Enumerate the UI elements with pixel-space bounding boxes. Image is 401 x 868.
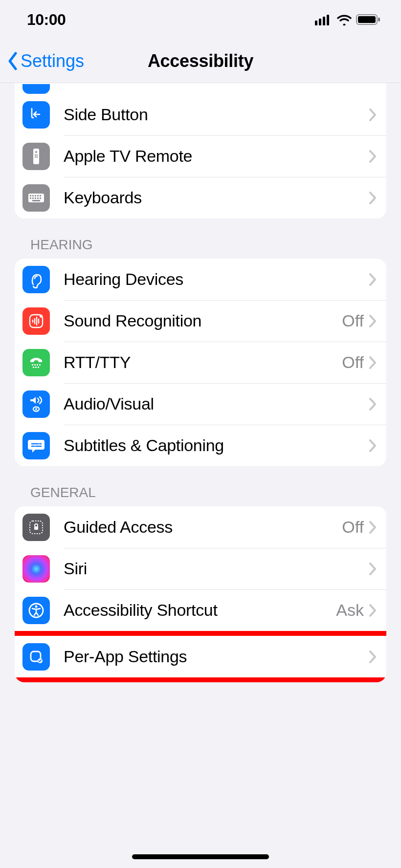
- highlight-box: Per-App Settings: [15, 631, 386, 682]
- svg-rect-7: [33, 149, 39, 164]
- row-audio-visual[interactable]: Audio/Visual: [15, 383, 386, 425]
- svg-rect-37: [38, 367, 39, 368]
- chevron-right-icon: [369, 314, 377, 328]
- nav-bar: Settings Accessibility: [0, 39, 401, 83]
- sound-recognition-icon: [22, 307, 50, 335]
- accessibility-icon: [22, 597, 50, 624]
- page-title: Accessibility: [148, 51, 253, 71]
- row-rtt-tty[interactable]: RTT/TTY Off: [15, 342, 386, 383]
- section-header-general: GENERAL: [15, 466, 386, 506]
- chevron-left-icon: [7, 51, 19, 71]
- svg-rect-45: [34, 526, 38, 530]
- row-label: Guided Access: [64, 518, 342, 537]
- status-time: 10:00: [27, 11, 66, 29]
- row-label: Per-App Settings: [64, 647, 369, 666]
- chevron-right-icon: [369, 562, 377, 576]
- row-sound-recognition[interactable]: Sound Recognition Off: [15, 300, 386, 342]
- row-label: Accessibility Shortcut: [64, 601, 336, 620]
- svg-rect-2: [323, 17, 325, 25]
- svg-rect-23: [40, 197, 41, 199]
- row-apple-tv-remote[interactable]: Apple TV Remote: [15, 135, 386, 177]
- row-siri[interactable]: Siri: [15, 548, 386, 589]
- chevron-right-icon: [369, 439, 377, 453]
- svg-rect-33: [37, 364, 38, 366]
- chevron-right-icon: [369, 108, 377, 122]
- svg-rect-9: [35, 154, 36, 156]
- home-indicator: [132, 854, 269, 859]
- settings-group-hearing: Hearing Devices Sound Recognition Off: [15, 259, 386, 466]
- row-subtitles[interactable]: Subtitles & Captioning: [15, 425, 386, 466]
- svg-point-26: [40, 315, 43, 318]
- chevron-right-icon: [369, 397, 377, 411]
- tty-icon: [22, 349, 50, 376]
- svg-rect-14: [30, 195, 31, 196]
- chevron-right-icon: [369, 191, 377, 205]
- back-button[interactable]: Settings: [7, 51, 84, 71]
- row-accessibility-shortcut[interactable]: Accessibility Shortcut Ask: [15, 589, 386, 631]
- svg-point-47: [35, 605, 38, 608]
- siri-icon: [22, 555, 50, 583]
- cellular-icon: [315, 14, 333, 25]
- svg-rect-5: [358, 16, 376, 23]
- svg-rect-0: [315, 21, 317, 25]
- guided-access-icon: [22, 514, 50, 541]
- row-value: Off: [342, 311, 364, 330]
- chevron-right-icon: [369, 356, 377, 369]
- per-app-icon: [22, 643, 50, 671]
- battery-icon: [356, 14, 381, 25]
- partial-row: [15, 83, 386, 94]
- row-label: Sound Recognition: [64, 311, 342, 330]
- settings-group-physical: Side Button Apple TV Remote: [15, 83, 386, 218]
- row-label: Siri: [64, 559, 369, 578]
- svg-point-39: [35, 408, 37, 410]
- row-label: Audio/Visual: [64, 394, 369, 413]
- svg-rect-10: [37, 154, 38, 156]
- svg-rect-20: [32, 197, 34, 199]
- svg-rect-32: [34, 364, 36, 366]
- svg-rect-21: [35, 197, 36, 199]
- chevron-right-icon: [369, 150, 377, 163]
- svg-rect-16: [35, 195, 36, 196]
- svg-rect-15: [32, 195, 34, 196]
- svg-rect-34: [39, 364, 41, 366]
- row-value: Ask: [336, 601, 364, 620]
- side-button-icon: [22, 101, 50, 129]
- chevron-right-icon: [369, 273, 377, 286]
- svg-rect-6: [378, 18, 380, 22]
- row-per-app-settings[interactable]: Per-App Settings: [15, 636, 386, 677]
- svg-rect-1: [319, 19, 321, 25]
- apple-tv-remote-icon: [22, 143, 50, 170]
- row-keyboards[interactable]: Keyboards: [15, 177, 386, 218]
- svg-rect-3: [327, 15, 329, 25]
- wifi-icon: [336, 14, 352, 25]
- ear-icon: [22, 266, 50, 293]
- row-hearing-devices[interactable]: Hearing Devices: [15, 259, 386, 300]
- row-label: Keyboards: [64, 188, 369, 207]
- svg-rect-19: [30, 197, 31, 199]
- partial-icon: [22, 84, 50, 94]
- keyboard-icon: [22, 184, 50, 212]
- svg-point-8: [35, 151, 37, 153]
- chevron-right-icon: [369, 521, 377, 534]
- row-guided-access[interactable]: Guided Access Off: [15, 506, 386, 548]
- section-header-hearing: HEARING: [15, 218, 386, 259]
- back-label: Settings: [21, 51, 84, 71]
- chevron-right-icon: [369, 650, 377, 664]
- row-label: RTT/TTY: [64, 353, 342, 372]
- svg-rect-17: [37, 195, 39, 196]
- row-value: Off: [342, 518, 364, 537]
- svg-rect-18: [40, 195, 41, 196]
- settings-group-general: Guided Access Off Siri Accessibility Sho…: [15, 506, 386, 682]
- row-label: Apple TV Remote: [64, 147, 369, 166]
- svg-rect-36: [35, 367, 37, 368]
- svg-rect-11: [35, 156, 36, 158]
- svg-rect-12: [37, 156, 38, 158]
- status-bar: 10:00: [0, 0, 401, 39]
- chevron-right-icon: [369, 604, 377, 617]
- row-label: Hearing Devices: [64, 270, 369, 289]
- row-side-button[interactable]: Side Button: [15, 94, 386, 135]
- row-value: Off: [342, 353, 364, 372]
- row-label: Side Button: [64, 105, 369, 124]
- svg-rect-24: [32, 200, 40, 201]
- svg-rect-35: [33, 367, 34, 368]
